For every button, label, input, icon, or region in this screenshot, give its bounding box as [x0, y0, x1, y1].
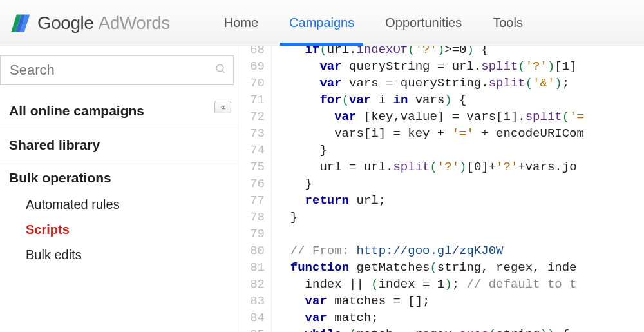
code-line[interactable]: 69 var queryString = url.split('?')[1] — [238, 58, 644, 75]
line-content: for(var i in vars) { — [272, 92, 467, 108]
line-content: vars[i] = key + '=' + encodeURICom — [272, 125, 584, 142]
line-content: var [key,value] = vars[i].split('= — [272, 108, 584, 125]
line-content: if(url.indexOf('?')>=0) { — [272, 46, 489, 58]
sidebar-all-campaigns[interactable]: All online campaigns « — [0, 94, 238, 128]
code-line[interactable]: 73 vars[i] = key + '=' + encodeURICom — [238, 125, 644, 142]
sidebar-collapse-button[interactable]: « — [214, 101, 231, 113]
line-number: 78 — [238, 209, 272, 226]
code-line[interactable]: 83 var matches = []; — [238, 293, 644, 309]
code-line[interactable]: 78 } — [238, 209, 644, 226]
code-line[interactable]: 75 url = url.split('?')[0]+'?'+vars.jo — [238, 159, 644, 175]
code-line[interactable]: 68 if(url.indexOf('?')>=0) { — [238, 46, 644, 58]
search-input[interactable] — [10, 62, 215, 79]
sidebar-shared-library-label: Shared library — [9, 137, 100, 152]
main-nav: Home Campaigns Opportunities Tools — [209, 0, 538, 46]
line-content: while (match = regex.exec(string)) { — [272, 326, 569, 332]
logo: Google AdWords — [9, 12, 170, 34]
line-number: 72 — [238, 108, 272, 125]
sidebar-bulk-operations-label: Bulk operations — [9, 170, 111, 185]
line-content: } — [272, 142, 327, 159]
code-line[interactable]: 76 } — [238, 175, 644, 192]
line-content: } — [272, 209, 298, 226]
line-number: 82 — [238, 276, 272, 293]
logo-adwords: AdWords — [99, 13, 170, 33]
nav-campaigns[interactable]: Campaigns — [274, 0, 370, 46]
line-number: 77 — [238, 192, 272, 209]
line-content: url = url.split('?')[0]+'?'+vars.jo — [272, 159, 577, 175]
code-line[interactable]: 71 for(var i in vars) { — [238, 92, 644, 108]
line-number: 79 — [238, 226, 272, 242]
line-content: var match; — [272, 309, 379, 326]
line-content: var vars = queryString.split('&'); — [272, 75, 569, 92]
app-header: Google AdWords Home Campaigns Opportunit… — [0, 0, 644, 46]
search-icon — [215, 63, 227, 78]
line-number: 69 — [238, 58, 272, 75]
sidebar-bulk-operations[interactable]: Bulk operations — [0, 162, 238, 188]
code-rows: 68 if(url.indexOf('?')>=0) {69 var query… — [238, 46, 644, 332]
nav-tools[interactable]: Tools — [477, 0, 538, 46]
app-body: All online campaigns « Shared library Bu… — [0, 46, 644, 332]
code-line[interactable]: 84 var match; — [238, 309, 644, 326]
nav-home[interactable]: Home — [209, 0, 274, 46]
sidebar-bulk-list: Automated rules Scripts Bulk edits — [0, 188, 238, 271]
line-number: 75 — [238, 159, 272, 175]
line-content: var matches = []; — [272, 293, 430, 309]
line-content — [272, 226, 276, 242]
line-number: 84 — [238, 309, 272, 326]
line-number: 81 — [238, 259, 272, 276]
code-line[interactable]: 70 var vars = queryString.split('&'); — [238, 75, 644, 92]
code-line[interactable]: 79 — [238, 226, 644, 242]
svg-line-4 — [222, 70, 225, 73]
line-content: // From: http://goo.gl/zqKJ0W — [272, 242, 503, 259]
sidebar-all-campaigns-label: All online campaigns — [9, 103, 144, 118]
line-content: index || (index = 1); // default to t — [272, 276, 577, 293]
line-content: } — [272, 175, 312, 192]
svg-point-3 — [216, 64, 223, 72]
line-content: var queryString = url.split('?')[1] — [272, 58, 577, 75]
code-line[interactable]: 85 while (match = regex.exec(string)) { — [238, 326, 644, 332]
line-number: 83 — [238, 293, 272, 309]
line-number: 73 — [238, 125, 272, 142]
line-number: 74 — [238, 142, 272, 159]
code-line[interactable]: 82 index || (index = 1); // default to t — [238, 276, 644, 293]
sidebar: All online campaigns « Shared library Bu… — [0, 46, 238, 332]
sidebar-shared-library[interactable]: Shared library — [0, 128, 238, 162]
search-box[interactable] — [0, 55, 234, 85]
code-line[interactable]: 74 } — [238, 142, 644, 159]
line-number: 71 — [238, 92, 272, 108]
sidebar-item-automated-rules[interactable]: Automated rules — [26, 192, 238, 217]
logo-text: Google AdWords — [37, 13, 170, 34]
line-number: 85 — [238, 326, 272, 332]
line-content: return url; — [272, 192, 386, 209]
code-line[interactable]: 77 return url; — [238, 192, 644, 209]
sidebar-item-bulk-edits[interactable]: Bulk edits — [26, 242, 238, 268]
sidebar-item-scripts[interactable]: Scripts — [26, 217, 238, 242]
line-content: function getMatches(string, regex, inde — [272, 259, 577, 276]
code-line[interactable]: 81 function getMatches(string, regex, in… — [238, 259, 644, 276]
adwords-logo-icon — [9, 12, 31, 34]
code-line[interactable]: 80 // From: http://goo.gl/zqKJ0W — [238, 242, 644, 259]
logo-google: Google — [37, 13, 93, 33]
line-number: 68 — [238, 46, 272, 58]
code-line[interactable]: 72 var [key,value] = vars[i].split('= — [238, 108, 644, 125]
nav-opportunities[interactable]: Opportunities — [370, 0, 477, 46]
line-number: 80 — [238, 242, 272, 259]
line-number: 70 — [238, 75, 272, 92]
code-editor[interactable]: 68 if(url.indexOf('?')>=0) {69 var query… — [238, 46, 644, 332]
line-number: 76 — [238, 175, 272, 192]
